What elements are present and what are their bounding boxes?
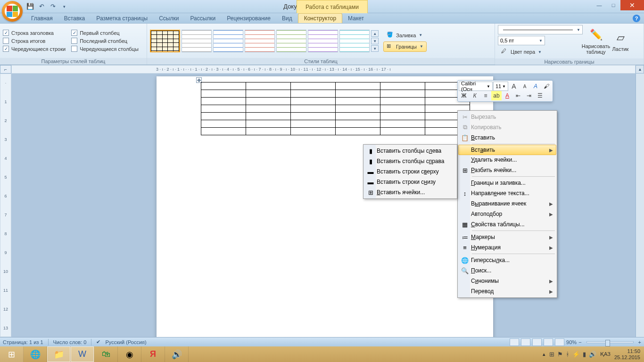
grow-font-icon[interactable]: A [509,82,519,91]
sm-insert-rows-below[interactable]: ▬Вставить строки снизу [364,177,456,187]
zoom-out-button[interactable]: − [578,339,581,345]
sm-insert-rows-above[interactable]: ▬Вставить строки сверху [364,166,456,177]
tray-icon[interactable]: ⊞ [549,351,554,358]
check-banded-rows[interactable]: ✓Чередующиеся строки [3,46,66,52]
sm-insert-cells[interactable]: ⊞Вставить ячейки... [364,187,456,197]
outline-view[interactable] [544,338,553,346]
cm-lookup[interactable]: 🔍Поиск... [459,265,556,276]
mini-size-dropdown[interactable]: 11▼ [493,82,508,91]
check-last-column[interactable]: Последний столбец [71,38,139,44]
tray-network-icon[interactable]: ▮ [583,351,586,358]
tray-language[interactable]: ҚАЗ [600,351,611,357]
draft-view[interactable] [555,338,564,346]
line-style-dropdown[interactable]: ▼ [498,25,583,34]
decrease-indent-icon[interactable]: ⇤ [513,91,523,100]
zoom-slider[interactable] [586,341,634,343]
tab-review[interactable]: Рецензирование [221,14,276,23]
tab-mailings[interactable]: Рассылки [184,14,221,23]
shrink-font-icon[interactable]: A [520,82,530,91]
cm-paste[interactable]: 📋Вставить [459,132,556,143]
tab-layout[interactable]: Макет [342,14,370,23]
cm-bullets[interactable]: ≔Маркеры▶ [459,232,556,242]
redo-icon[interactable]: ↷ [48,2,58,11]
cm-translate[interactable]: Перевод▶ [459,286,556,296]
cm-split-cells[interactable]: ⊞Разбить ячейки... [459,165,556,175]
tab-design[interactable]: Конструктор [298,13,342,23]
cm-text-direction[interactable]: ↕Направление текста... [459,188,556,198]
tab-home[interactable]: Главная [25,14,58,23]
print-layout-view[interactable] [510,338,519,346]
maximize-button[interactable]: □ [606,0,620,10]
taskbar-chrome[interactable]: ◉ [118,346,141,362]
table-style-thumb[interactable] [182,30,212,52]
taskbar-ie[interactable]: 🌐 [24,346,47,362]
check-total-row[interactable]: Строка итогов [3,38,66,44]
horizontal-ruler[interactable]: 3 · ı · 2 · ı · 1 · ı · · ı · 1 · ı · 2 … [11,65,636,74]
cm-table-properties[interactable]: ▦Свойства таблицы... [459,219,556,230]
shading-button[interactable]: 🪣Заливка▼ [383,30,427,41]
start-button[interactable]: ⊞ [0,346,24,362]
cm-numbering[interactable]: ≡Нумерация▶ [459,242,556,253]
draw-table-button[interactable]: ✏️Нарисовать таблицу [585,27,607,55]
help-icon[interactable]: ? [633,15,640,22]
table-style-thumb[interactable] [245,30,275,52]
line-weight-dropdown[interactable]: 0,5 пт▼ [498,36,545,45]
table-style-thumb[interactable] [308,30,338,52]
format-painter-icon[interactable]: 🖌 [541,82,552,91]
align-center-icon[interactable]: ≡ [480,91,491,100]
office-button[interactable] [2,1,23,22]
sm-insert-cols-left[interactable]: ▮Вставить столбцы слева [364,146,456,156]
gallery-more-button[interactable]: ▾ [371,45,379,52]
taskbar-sound[interactable]: 🔊 [165,346,189,362]
cm-borders-shading[interactable]: Границы и заливка... [459,178,556,188]
taskbar-explorer[interactable]: 📁 [47,346,71,362]
pen-color-button[interactable]: 🖊Цвет пера▼ [498,47,583,57]
table-style-thumb[interactable] [213,30,243,52]
table-style-thumb[interactable] [150,30,180,52]
qat-more-icon[interactable]: ▾ [59,2,69,11]
status-words[interactable]: Число слов: 0 [53,339,87,345]
tray-volume-icon[interactable]: 🔊 [589,351,596,358]
table-style-thumb[interactable] [276,30,306,52]
document-page[interactable]: ✥ [157,76,493,362]
cm-insert[interactable]: Вставить▶ [458,145,556,155]
tray-show-hidden[interactable]: ▴ [543,351,545,357]
bold-icon[interactable]: Ж [459,91,469,100]
styles-icon[interactable]: A [530,82,541,91]
check-header-row[interactable]: ✓Строка заголовка [3,30,66,36]
font-color-icon[interactable]: A [502,91,512,100]
sm-insert-cols-right[interactable]: ▮Вставить столбцы справа [364,156,456,166]
bullets-icon[interactable]: ☰ [535,91,545,100]
cm-synonyms[interactable]: Синонимы▶ [459,276,556,286]
tray-flag-icon[interactable]: ⚑ [557,351,563,358]
mini-font-dropdown[interactable]: Calibri (Осн▼ [459,82,493,91]
spellcheck-icon[interactable]: ✔ [96,339,100,345]
undo-icon[interactable]: ↶ [37,2,46,11]
web-layout-view[interactable] [532,338,542,346]
cm-hyperlink[interactable]: 🌐Гиперссылка... [459,255,556,265]
full-screen-view[interactable] [521,338,530,346]
taskbar-store[interactable]: 🛍 [94,346,118,362]
tab-references[interactable]: Ссылки [153,14,184,23]
zoom-in-button[interactable]: + [638,339,641,345]
highlight-icon[interactable]: ab [491,91,502,100]
tab-insert[interactable]: Вставка [58,14,91,23]
cm-delete-cells[interactable]: Удалить ячейки... [459,155,556,165]
increase-indent-icon[interactable]: ⇥ [524,91,534,100]
document-table[interactable] [201,82,470,135]
check-first-column[interactable]: ✓Первый столбец [71,30,139,36]
check-banded-columns[interactable]: Чередующиеся столбцы [71,46,139,52]
table-style-thumb[interactable] [339,30,370,52]
tray-bluetooth-icon[interactable]: ᚼ [566,351,570,358]
gallery-scroll-up[interactable]: ▴ [371,30,379,37]
tab-view[interactable]: Вид [276,14,298,23]
close-button[interactable]: ✕ [620,0,644,10]
cm-autofit[interactable]: Автоподбор▶ [459,209,556,219]
minimize-button[interactable]: — [592,0,606,10]
gallery-scroll-down[interactable]: ▾ [371,38,379,44]
zoom-level[interactable]: 90% [566,339,577,345]
cm-cell-alignment[interactable]: Выравнивание ячеек▶ [459,198,556,209]
eraser-button[interactable]: ▱Ластик [609,30,632,52]
scroll-up-button[interactable]: ▴ [636,65,644,74]
italic-icon[interactable]: К [470,91,480,100]
